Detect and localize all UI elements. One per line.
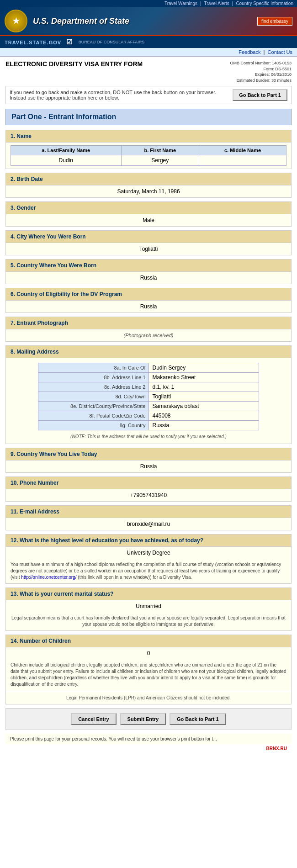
section-children-body: 0 bbox=[6, 647, 291, 659]
section-city-born-body: Togliatti bbox=[6, 243, 291, 255]
section-birth-date-body: Saturday, March 11, 1986 bbox=[6, 185, 291, 197]
marital-value: Unmarried bbox=[136, 603, 161, 609]
part-header: Part One - Entrant Information bbox=[5, 109, 292, 125]
children-info2: Legal Permanent Residents (LPR) and Amer… bbox=[6, 692, 291, 704]
travel-logo: TRAVEL.STATE.GOV ☑ bbox=[5, 38, 75, 46]
section-photograph: 7. Entrant Photograph (Photograph receiv… bbox=[5, 317, 292, 342]
address2-label: 8c. Address Line 2 bbox=[38, 382, 148, 392]
section-phone-header: 10. Phone Number bbox=[6, 477, 291, 489]
dept-name-text: U.S. Department of State bbox=[33, 16, 129, 26]
middle-name-value bbox=[199, 155, 286, 166]
section-birth-date-header: 2. Birth Date bbox=[6, 173, 291, 185]
onet-link[interactable]: http://online.onetcenter.org/ bbox=[21, 575, 76, 580]
section-phone: 10. Phone Number +79057431940 bbox=[5, 476, 292, 502]
go-back-part1-top-button[interactable]: Go Back to Part 1 bbox=[233, 89, 287, 101]
section-country-eligibility-header: 6. Country of Eligibility for the DV Pro… bbox=[6, 288, 291, 301]
address-table: 8a. In Care Of Dudin Sergey 8b. Address … bbox=[38, 363, 259, 430]
section-mailing-header: 8. Mailing Address bbox=[6, 346, 291, 358]
section-education-value-area: University Degree bbox=[6, 547, 291, 559]
find-embassy-area: find embassy bbox=[257, 17, 292, 26]
postal-value: 445008 bbox=[148, 411, 259, 421]
state-dept-seal: ★ bbox=[5, 10, 27, 32]
in-care-of-label: 8a. In Care Of bbox=[38, 363, 148, 373]
form-title-row: ELECTRONIC DIVERSITY VISA ENTRY FORM OMB… bbox=[5, 60, 292, 83]
feedback-bar: Feedback | Contact Us bbox=[0, 48, 297, 57]
col-first-name-header: b. First Name bbox=[121, 146, 199, 155]
table-row: 8g. Country Russia bbox=[38, 421, 259, 430]
section-marital-header: 13. What is your current marital status? bbox=[6, 588, 291, 600]
section-country-born-header: 5. Country Where You Were Born bbox=[6, 259, 291, 272]
main-content: ELECTRONIC DIVERSITY VISA ENTRY FORM OMB… bbox=[0, 57, 297, 757]
country-label: 8g. Country bbox=[38, 421, 148, 430]
section-mailing-body: 8a. In Care Of Dudin Sergey 8b. Address … bbox=[6, 358, 291, 444]
section-mailing-address: 8. Mailing Address 8a. In Care Of Dudin … bbox=[5, 345, 292, 444]
bureau-text: BUREAU OF CONSULAR AFFAIRS bbox=[79, 40, 145, 44]
col-last-name-header: a. Last/Family Name bbox=[11, 146, 122, 155]
top-navigation-bar: Travel Warnings | Travel Alerts | Countr… bbox=[0, 0, 297, 7]
travel-warnings-link[interactable]: Travel Warnings bbox=[164, 1, 197, 6]
section-email-body: bronxide@mail.ru bbox=[6, 518, 291, 530]
city-label: 8d. City/Town bbox=[38, 392, 148, 402]
address-note: (NOTE: This is the address that will be … bbox=[11, 432, 286, 441]
first-name-value: Sergey bbox=[121, 155, 199, 166]
section-education-header: 12. What is the highest level of educati… bbox=[6, 535, 291, 547]
section-country-live: 9. Country Where You Live Today Russia bbox=[5, 448, 292, 473]
district-value: Samarskaya oblast bbox=[148, 402, 259, 411]
feedback-link[interactable]: Feedback bbox=[239, 49, 260, 55]
section-education: 12. What is the highest level of educati… bbox=[5, 534, 292, 584]
section-marital-body: Unmarried bbox=[6, 600, 291, 612]
name-table: a. Last/Family Name b. First Name c. Mid… bbox=[11, 145, 286, 166]
section-name-header: 1. Name bbox=[6, 130, 291, 143]
section-country-eligibility-body: Russia bbox=[6, 301, 291, 312]
submit-entry-button[interactable]: Submit Entry bbox=[120, 713, 166, 725]
table-row: 8e. District/County/Province/State Samar… bbox=[38, 402, 259, 411]
section-country-born: 5. Country Where You Were Born Russia bbox=[5, 259, 292, 284]
in-care-of-value: Dudin Sergey bbox=[148, 363, 259, 373]
section-gender-body: Male bbox=[6, 214, 291, 226]
cancel-entry-button[interactable]: Cancel Entry bbox=[71, 713, 116, 725]
section-country-live-header: 9. Country Where You Live Today bbox=[6, 448, 291, 460]
email-value: bronxide@mail.ru bbox=[127, 521, 170, 527]
postal-label: 8f. Postal Code/Zip Code bbox=[38, 411, 148, 421]
button-row: Cancel Entry Submit Entry Go Back to Par… bbox=[5, 708, 292, 730]
travel-alerts-link[interactable]: Travel Alerts bbox=[204, 1, 229, 6]
marital-note: Legal separation means that a court has … bbox=[6, 612, 291, 630]
table-row: 8f. Postal Code/Zip Code 445008 bbox=[38, 411, 259, 421]
bottom-note: Please print this page for your personal… bbox=[5, 734, 292, 744]
city-value: Togliatti bbox=[148, 392, 259, 402]
contact-link[interactable]: Contact Us bbox=[268, 49, 292, 55]
children-info1: Children include all biological children… bbox=[6, 659, 291, 690]
section-birth-date: 2. Birth Date Saturday, March 11, 1986 bbox=[5, 173, 292, 198]
section-children: 14. Number of Children 0 Children includ… bbox=[5, 635, 292, 704]
section-country-eligibility: 6. Country of Eligibility for the DV Pro… bbox=[5, 288, 292, 313]
photograph-value: (Photograph received) bbox=[124, 333, 174, 338]
section-name-body: a. Last/Family Name b. First Name c. Mid… bbox=[6, 143, 291, 169]
education-info-text: You must have a minimum of a high school… bbox=[6, 559, 291, 583]
district-label: 8e. District/County/Province/State bbox=[38, 402, 148, 411]
table-row: 8a. In Care Of Dudin Sergey bbox=[38, 363, 259, 373]
travel-bar: TRAVEL.STATE.GOV ☑ BUREAU OF CONSULAR AF… bbox=[0, 35, 297, 48]
birth-date-value: Saturday, March 11, 1986 bbox=[117, 188, 180, 195]
section-city-born-header: 4. City Where You Were Born bbox=[6, 231, 291, 243]
section-children-header: 14. Number of Children bbox=[6, 635, 291, 647]
country-born-value: Russia bbox=[140, 275, 157, 281]
dept-name-block: U.S. Department of State bbox=[33, 16, 129, 26]
section-email: 11. E-mail Address bronxide@mail.ru bbox=[5, 505, 292, 530]
table-row: 8d. City/Town Togliatti bbox=[38, 392, 259, 402]
form-title: ELECTRONIC DIVERSITY VISA ENTRY FORM bbox=[5, 60, 143, 68]
section-phone-body: +79057431940 bbox=[6, 489, 291, 501]
section-marital: 13. What is your current marital status?… bbox=[5, 587, 292, 631]
education-value: University Degree bbox=[127, 550, 170, 556]
go-back-part1-bottom-button[interactable]: Go Back to Part 1 bbox=[170, 713, 226, 725]
section-gender: 3. Gender Male bbox=[5, 201, 292, 227]
table-row: 8b. Address Line 1 Makarenko Street bbox=[38, 373, 259, 382]
last-name-value: Dudin bbox=[11, 155, 122, 166]
find-embassy-button[interactable]: find embassy bbox=[257, 17, 292, 26]
address1-label: 8b. Address Line 1 bbox=[38, 373, 148, 382]
section-country-live-body: Russia bbox=[6, 460, 291, 472]
country-specific-link[interactable]: Country Specific Information bbox=[236, 1, 293, 6]
city-born-value: Togliatti bbox=[139, 246, 158, 252]
country-live-value: Russia bbox=[140, 463, 157, 470]
phone-value: +79057431940 bbox=[130, 492, 167, 498]
country-value: Russia bbox=[148, 421, 259, 430]
